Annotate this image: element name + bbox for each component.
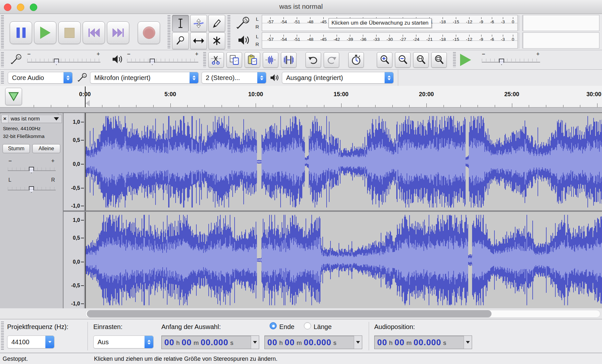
input-volume-mic-icon <box>10 53 23 66</box>
playback-device-select[interactable]: Ausgang (integriert) <box>282 72 394 84</box>
timeshift-tool-button[interactable] <box>190 32 207 49</box>
titlebar[interactable]: was ist normal <box>0 0 602 14</box>
paste-button[interactable] <box>245 52 260 68</box>
output-volume-slider-ticks <box>127 59 198 62</box>
gain-slider-thumb[interactable] <box>29 167 34 173</box>
envelope-tool-button[interactable] <box>190 15 207 32</box>
multi-tool-button[interactable] <box>208 32 225 49</box>
gain-plus-label: + <box>51 158 55 165</box>
selection-end-timefield[interactable]: 00h 00m 00.000s <box>264 336 362 349</box>
track-close-button[interactable]: × <box>2 115 8 123</box>
tools-toolbar-grip[interactable] <box>168 15 170 48</box>
edit-toolbar-grip[interactable] <box>203 52 206 67</box>
play-speed-slider-thumb[interactable] <box>499 59 504 65</box>
end-minutes[interactable]: 00 <box>285 337 295 347</box>
vertical-ruler-right-channel[interactable]: 1,00,50,0-0,5-1,0 <box>64 212 85 308</box>
copy-button[interactable] <box>226 52 242 68</box>
scrollbar-thumb[interactable] <box>87 310 492 317</box>
project-rate-select[interactable]: 44100 <box>7 336 54 348</box>
input-device-mic-icon <box>77 73 88 83</box>
pan-slider-thumb[interactable] <box>29 186 34 193</box>
undo-button[interactable] <box>306 52 321 68</box>
cut-button[interactable] <box>208 52 224 68</box>
sync-lock-button[interactable] <box>348 52 364 68</box>
snap-to-select[interactable]: Aus <box>93 336 154 348</box>
pos-seconds[interactable]: 00.000 <box>413 337 441 347</box>
redo-button[interactable] <box>324 52 339 68</box>
playback-meter-scale: -57-54-51-48-45-42-39-36-33-30-27-24-21-… <box>267 35 514 47</box>
timefield-format-dropdown[interactable] <box>354 336 362 349</box>
silence-audio-button[interactable] <box>281 52 296 68</box>
fit-project-icon <box>434 54 445 65</box>
skip-to-start-button[interactable] <box>83 21 105 44</box>
selection-start-timefield[interactable]: 00h 00m 00.000s <box>161 336 259 349</box>
zoom-tool-button[interactable] <box>172 32 189 49</box>
zoom-in-button[interactable] <box>377 52 392 68</box>
track-title-bar[interactable]: × was ist norm <box>1 115 62 123</box>
selection-tool-button[interactable] <box>172 15 189 32</box>
draw-tool-button[interactable] <box>208 15 225 32</box>
meter-resize-handle[interactable] <box>519 15 523 31</box>
trim-audio-button[interactable] <box>263 52 278 68</box>
pos-hours[interactable]: 00 <box>377 337 387 347</box>
gain-minus-label: − <box>8 158 12 165</box>
output-volume-plus-label: + <box>195 51 199 58</box>
device-toolbar-grip[interactable] <box>1 72 4 84</box>
mute-button[interactable]: Stumm <box>3 144 30 153</box>
fit-selection-icon <box>415 54 426 65</box>
transport-toolbar-grip[interactable] <box>1 15 4 48</box>
output-volume-slider[interactable] <box>127 62 198 63</box>
fit-selection-button[interactable] <box>413 52 429 68</box>
end-hours[interactable]: 00 <box>267 337 277 347</box>
output-volume-slider-thumb[interactable] <box>150 59 155 65</box>
zoom-out-button[interactable] <box>395 52 411 68</box>
input-volume-slider-thumb[interactable] <box>54 59 59 65</box>
start-hours[interactable]: 00 <box>164 337 174 347</box>
mixer-toolbar-grip[interactable] <box>1 52 4 67</box>
selection-toolbar-grip[interactable] <box>1 322 4 351</box>
record-button[interactable] <box>138 21 160 44</box>
audacity-window: was ist normal <box>0 0 602 364</box>
audio-host-select[interactable]: Core Audio <box>8 72 73 84</box>
timefield-format-dropdown[interactable] <box>251 336 259 349</box>
pos-minutes[interactable]: 00 <box>395 337 405 347</box>
snap-arrows-icon <box>145 336 154 348</box>
window-title: was ist normal <box>0 3 602 10</box>
timefield-format-dropdown[interactable] <box>464 336 472 349</box>
dropdown-arrow-icon <box>253 341 257 344</box>
skip-to-end-button[interactable] <box>107 21 129 44</box>
selection-length-radio-label[interactable]: Länge <box>314 323 332 331</box>
solo-button[interactable]: Alleine <box>32 144 60 153</box>
vertical-ruler-left-channel[interactable]: 1,00,50,0-0,5-1,0 <box>64 113 85 210</box>
start-minutes[interactable]: 00 <box>182 337 192 347</box>
play-meter-right-label: R <box>255 41 260 47</box>
track-control-panel[interactable]: × was ist norm Stereo, 44100Hz 32-bit Fl… <box>0 113 64 308</box>
timeline-ruler[interactable]: 0:005:0010:0015:0020:0025:0030:00 <box>0 86 602 112</box>
stop-button[interactable] <box>58 21 81 44</box>
selection-length-radio[interactable] <box>304 322 311 329</box>
play-at-speed-toolbar-grip[interactable] <box>453 52 456 67</box>
track-menu-caret-icon[interactable] <box>54 117 59 120</box>
meter-resize-handle[interactable] <box>519 32 523 49</box>
fit-project-button[interactable] <box>431 52 447 68</box>
waveform-left-channel[interactable] <box>85 113 602 210</box>
timeline-options-button[interactable] <box>5 88 22 105</box>
recording-device-select[interactable]: Mikrofon (integriert) <box>90 72 199 84</box>
end-seconds[interactable]: 00.000 <box>304 337 331 347</box>
selection-end-radio[interactable] <box>270 322 277 329</box>
skip-to-end-icon <box>112 28 124 38</box>
selection-end-radio-label[interactable]: Ende <box>279 323 295 331</box>
input-volume-slider[interactable] <box>27 62 100 63</box>
horizontal-scrollbar[interactable] <box>0 308 602 319</box>
play-at-speed-button[interactable] <box>460 54 471 66</box>
play-button[interactable] <box>34 21 56 44</box>
meter-toolbar-grip[interactable] <box>227 15 230 48</box>
waveform-right-channel[interactable] <box>85 212 602 308</box>
playback-meter[interactable]: -57-54-51-48-45-42-39-36-33-30-27-24-21-… <box>262 32 518 49</box>
play-speed-slider[interactable] <box>482 62 540 63</box>
start-seconds[interactable]: 00.000 <box>201 337 228 347</box>
pause-button[interactable] <box>10 21 32 44</box>
record-icon <box>143 27 155 39</box>
recording-channels-select[interactable]: 2 (Stereo)... <box>202 72 266 84</box>
audio-position-timefield[interactable]: 00h 00m 00.000s <box>374 336 472 349</box>
